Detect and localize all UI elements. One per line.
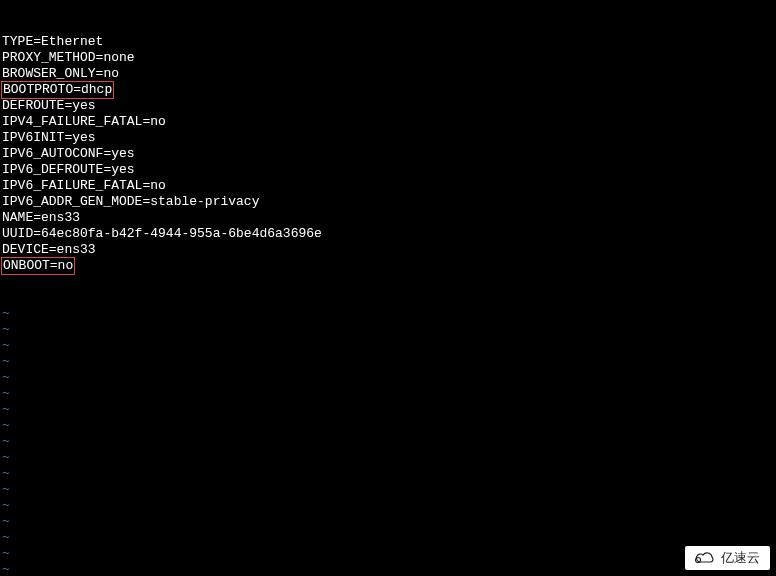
empty-line-markers: ~~~~~~~~~~~~~~~~~~~~ [2,306,776,576]
vim-tilde-line: ~ [2,482,776,498]
highlighted-config: BOOTPROTO=dhcp [1,81,114,99]
vim-tilde-line: ~ [2,466,776,482]
vim-tilde-line: ~ [2,338,776,354]
config-line: BROWSER_ONLY=no [2,66,776,82]
config-line: PROXY_METHOD=none [2,50,776,66]
config-line: IPV6_AUTOCONF=yes [2,146,776,162]
config-line: IPV6_DEFROUTE=yes [2,162,776,178]
vim-tilde-line: ~ [2,450,776,466]
vim-tilde-line: ~ [2,546,776,562]
vim-tilde-line: ~ [2,434,776,450]
vim-tilde-line: ~ [2,386,776,402]
config-line: NAME=ens33 [2,210,776,226]
config-line: ONBOOT=no [2,258,776,274]
config-line: IPV6_ADDR_GEN_MODE=stable-privacy [2,194,776,210]
vim-tilde-line: ~ [2,306,776,322]
vim-tilde-line: ~ [2,562,776,576]
vim-tilde-line: ~ [2,322,776,338]
highlighted-config: ONBOOT=no [1,257,75,275]
config-line: DEVICE=ens33 [2,242,776,258]
cloud-icon [693,551,715,565]
config-line: UUID=64ec80fa-b42f-4944-955a-6be4d6a3696… [2,226,776,242]
config-line: IPV6_FAILURE_FATAL=no [2,178,776,194]
config-line: IPV6INIT=yes [2,130,776,146]
terminal-editor[interactable]: TYPE=EthernetPROXY_METHOD=noneBROWSER_ON… [2,2,776,576]
config-line: DEFROUTE=yes [2,98,776,114]
vim-tilde-line: ~ [2,514,776,530]
config-line: BOOTPROTO=dhcp [2,82,776,98]
watermark-badge: 亿速云 [685,546,770,570]
vim-tilde-line: ~ [2,402,776,418]
vim-tilde-line: ~ [2,370,776,386]
vim-tilde-line: ~ [2,530,776,546]
vim-tilde-line: ~ [2,354,776,370]
file-content: TYPE=EthernetPROXY_METHOD=noneBROWSER_ON… [2,34,776,274]
vim-tilde-line: ~ [2,418,776,434]
vim-tilde-line: ~ [2,498,776,514]
config-line: IPV4_FAILURE_FATAL=no [2,114,776,130]
watermark-text: 亿速云 [721,550,760,566]
config-line: TYPE=Ethernet [2,34,776,50]
